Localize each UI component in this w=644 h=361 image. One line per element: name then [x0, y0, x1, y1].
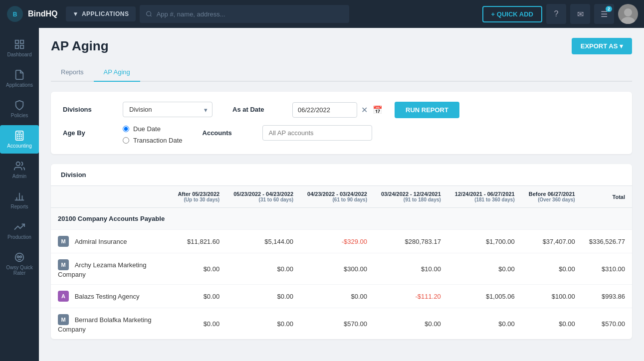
age-by-radio-group: Due Date Transaction Date: [123, 125, 183, 144]
sidebar-label-accounting: Accounting: [7, 143, 31, 149]
svg-point-27: [17, 256, 19, 258]
cell-col3: $0.00: [300, 285, 374, 308]
sidebar-item-policies[interactable]: Policies: [0, 95, 39, 123]
export-label: EXPORT AS ▾: [581, 42, 623, 50]
cell-total: $310.00: [582, 253, 632, 285]
messages-button[interactable]: ✉: [570, 4, 590, 24]
sidebar-label-admin: Admin: [12, 174, 26, 179]
filter-panel: Divisions Division ▾ As at Date ✕ 📅: [51, 92, 632, 154]
filter-row-divisions: Divisions Division ▾ As at Date ✕ 📅: [63, 102, 620, 118]
sidebar-item-reports[interactable]: Reports: [0, 186, 39, 214]
table-header-row: After 05/23/2022 (Up to 30 days) 05/23/2…: [51, 186, 632, 208]
group-header-row: 20100 Company Accounts Payable: [51, 208, 632, 230]
sidebar: Dashboard Applications Policies Accounti…: [0, 28, 39, 361]
top-nav: B BindHQ ▼ APPLICATIONS + QUICK ADD ? ✉ …: [0, 0, 644, 28]
cell-total: $993.86: [582, 285, 632, 308]
cell-col1: $11,821.60: [171, 230, 226, 253]
logo-text: BindHQ: [28, 9, 58, 18]
sidebar-label-reports: Reports: [10, 204, 28, 209]
cell-col5: $0.00: [448, 308, 522, 340]
main-content: AP Aging EXPORT AS ▾ Reports AP Aging Di…: [39, 28, 644, 361]
dropdown-arrow-icon: ▼: [73, 10, 79, 17]
sidebar-label-owsy: Owsy Quick Rater: [2, 265, 37, 276]
notifications-button[interactable]: ☰ 2: [594, 4, 614, 24]
sidebar-item-accounting[interactable]: Accounting: [0, 125, 39, 154]
col-header-1: After 05/23/2022 (Up to 30 days): [171, 186, 226, 208]
col-header-3: 04/23/2022 - 03/24/2022 (61 to 90 days): [300, 186, 374, 208]
sidebar-item-admin[interactable]: Admin: [0, 156, 39, 184]
as-at-date-label: As at Date: [232, 102, 272, 113]
search-input[interactable]: [157, 10, 344, 18]
svg-rect-9: [20, 45, 23, 48]
cell-col2: $5,144.00: [226, 230, 300, 253]
sidebar-item-production[interactable]: Production: [0, 216, 39, 245]
cell-col4: $0.00: [374, 308, 448, 340]
clear-date-button[interactable]: ✕: [360, 104, 369, 116]
sidebar-item-owsy[interactable]: Owsy Quick Rater: [0, 247, 39, 281]
help-icon: ?: [554, 9, 559, 18]
calendar-button[interactable]: 📅: [372, 104, 384, 116]
transaction-date-label: Transaction Date: [133, 137, 183, 144]
cell-col6: $37,407.00: [522, 230, 582, 253]
cell-col2: $0.00: [226, 308, 300, 340]
mail-icon: ✉: [577, 9, 584, 19]
cell-col6: $0.00: [522, 253, 582, 285]
vendor-name-cell: M Archy Lezama Marketing Company: [51, 253, 171, 285]
applications-dropdown[interactable]: ▼ APPLICATIONS: [66, 6, 136, 21]
search-bar: [140, 5, 349, 23]
cell-col3: -$329.00: [300, 230, 374, 253]
help-button[interactable]: ?: [546, 4, 566, 24]
sidebar-item-applications[interactable]: Applications: [0, 64, 39, 93]
quick-add-button[interactable]: + QUICK ADD: [482, 6, 542, 22]
due-date-radio[interactable]: [123, 126, 129, 132]
cell-total: $570.00: [582, 308, 632, 340]
notification-badge: 2: [606, 6, 612, 12]
logo: B BindHQ: [6, 5, 58, 23]
grid-icon: [14, 39, 25, 50]
dropdown-label: APPLICATIONS: [82, 10, 129, 17]
tab-reports[interactable]: Reports: [51, 63, 94, 82]
cell-col4: $280,783.17: [374, 230, 448, 253]
clear-icon: ✕: [361, 106, 368, 114]
transaction-date-option[interactable]: Transaction Date: [123, 137, 183, 144]
vendor-name: Archy Lezama Marketing Company: [58, 261, 146, 279]
page-header: AP Aging EXPORT AS ▾: [51, 38, 632, 54]
trending-icon: [14, 221, 25, 232]
users-icon: [14, 161, 25, 172]
col-header-total: Total: [582, 186, 632, 208]
cell-col1: $0.00: [171, 285, 226, 308]
report-section: Division After 05/23/2022 (Up to 30 days…: [51, 164, 632, 339]
sidebar-label-production: Production: [7, 234, 31, 240]
svg-point-28: [20, 256, 22, 258]
run-report-button[interactable]: RUN REPORT: [395, 102, 459, 118]
sidebar-item-dashboard[interactable]: Dashboard: [0, 34, 39, 62]
due-date-label: Due Date: [133, 125, 161, 133]
cell-col3: $300.00: [300, 253, 374, 285]
search-icon: [146, 10, 152, 17]
due-date-option[interactable]: Due Date: [123, 125, 183, 133]
vendor-name: Bernard Bolafka Marketing Company: [58, 316, 152, 334]
owl-icon: [14, 252, 25, 263]
report-table: After 05/23/2022 (Up to 30 days) 05/23/2…: [51, 186, 632, 339]
export-button[interactable]: EXPORT AS ▾: [572, 38, 632, 54]
date-input[interactable]: [292, 102, 357, 118]
cell-col2: $0.00: [226, 253, 300, 285]
accounts-input[interactable]: [262, 125, 372, 141]
col-header-6: Before 06/27/2021 (Over 360 days): [522, 186, 582, 208]
sidebar-label-applications: Applications: [6, 82, 33, 88]
svg-point-5: [621, 17, 635, 24]
svg-line-3: [151, 15, 152, 16]
division-section-label: Division: [51, 164, 632, 186]
division-select[interactable]: Division: [123, 102, 213, 117]
tab-ap-aging[interactable]: AP Aging: [94, 63, 140, 82]
date-control: ✕ 📅 RUN REPORT: [292, 102, 459, 118]
vendor-name: Balazs Testing Agency: [75, 293, 140, 300]
avatar[interactable]: [618, 4, 638, 24]
transaction-date-radio[interactable]: [123, 137, 129, 144]
cell-col3: $570.00: [300, 308, 374, 340]
divisions-control: Division ▾: [123, 102, 213, 117]
cell-col5: $1,005.06: [448, 285, 522, 308]
filter-row-age-by: Age By Due Date Transaction Date Account…: [63, 125, 620, 144]
age-by-control: Due Date Transaction Date: [123, 125, 183, 144]
cell-col6: $0.00: [522, 308, 582, 340]
